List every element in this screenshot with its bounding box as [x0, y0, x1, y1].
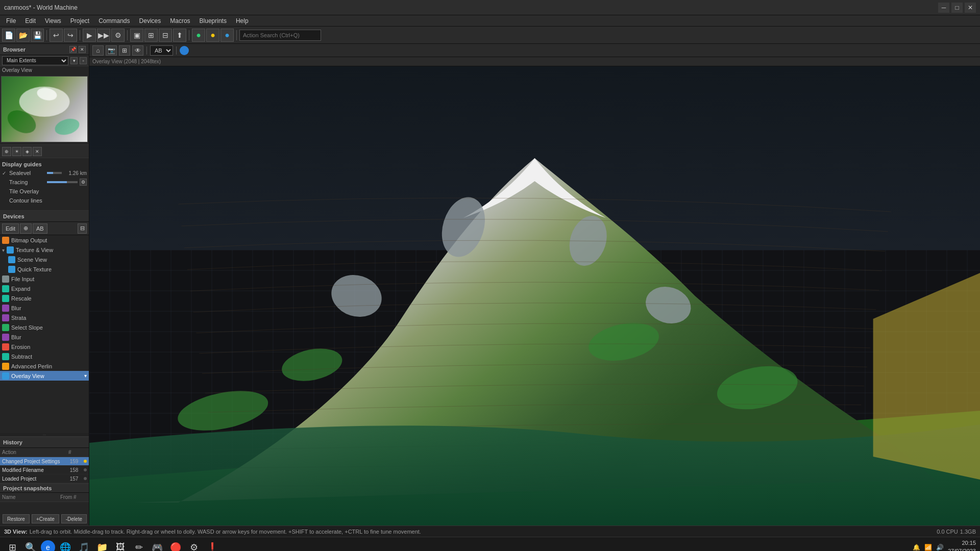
menu-item-project[interactable]: Project [66, 15, 93, 26]
menu-item-blueprints[interactable]: Blueprints [195, 15, 231, 26]
devices-edit-btn[interactable]: Edit [2, 223, 19, 234]
build-options-button[interactable]: ⚙ [111, 29, 125, 42]
taskbar-chrome[interactable]: 🌐 [57, 539, 74, 552]
taskbar-alert[interactable]: ❗ [204, 539, 220, 552]
device-label-6: Rescale [11, 295, 32, 302]
taskbar-right: 🔔 📶 🔊 20:15 27/07/2023 [913, 539, 976, 551]
layout-2-button[interactable]: ⊞ [144, 29, 158, 42]
devices-collapse-btn[interactable]: ⊟ [78, 223, 87, 234]
vp-btn-eye[interactable]: 👁 [132, 45, 143, 56]
device-selected-arrow: ▾ [84, 373, 87, 379]
layout-1-button[interactable]: ▣ [130, 29, 143, 42]
sealevel-value: 1.26 km [64, 170, 87, 176]
ab-dropdown[interactable]: AB [150, 45, 173, 56]
device-item-10[interactable]: Blur [0, 332, 89, 342]
circle-green[interactable]: ● [192, 29, 205, 42]
tracing-slider[interactable] [47, 181, 78, 183]
menu-item-file[interactable]: File [2, 15, 20, 26]
device-item-8[interactable]: Strata [0, 313, 89, 322]
layout-3-button[interactable]: ⊟ [159, 29, 172, 42]
browser-close-btn[interactable]: ✕ [79, 46, 86, 53]
menu-item-devices[interactable]: Devices [135, 15, 165, 26]
mini-tool-1[interactable]: ⊕ [2, 147, 11, 156]
device-item-14[interactable]: Overlay View▾ [0, 371, 89, 381]
history-item-0[interactable]: Changed Project Settings159 [0, 457, 89, 466]
device-item-6[interactable]: Rescale [0, 293, 89, 303]
devices-ab-btn[interactable]: AB [33, 223, 47, 234]
device-item-0[interactable]: Bitmap Output [0, 235, 89, 245]
device-item-7[interactable]: Blur [0, 303, 89, 313]
vp-btn-home[interactable]: ⌂ [92, 45, 104, 56]
sealevel-check[interactable]: ✓ [2, 170, 7, 176]
sealevel-slider[interactable] [47, 172, 62, 174]
menu-item-edit[interactable]: Edit [21, 15, 40, 26]
device-item-11[interactable]: Erosion [0, 342, 89, 352]
vp-btn-camera[interactable]: 📷 [106, 45, 117, 56]
tracing-fill [47, 181, 67, 183]
restore-btn[interactable]: Restore [3, 514, 30, 523]
device-icon-5 [2, 285, 9, 292]
mini-tool-4[interactable]: ✕ [33, 147, 42, 156]
browser-header: Browser 📌 ✕ [0, 44, 89, 55]
device-icon-11 [2, 343, 9, 350]
minimize-button[interactable]: ─ [938, 3, 949, 13]
device-item-9[interactable]: Select Slope [0, 322, 89, 332]
build-button[interactable]: ▶ [83, 29, 96, 42]
tracing-settings[interactable]: ⚙ [80, 179, 87, 186]
taskbar-settings[interactable]: ⚙ [186, 539, 202, 552]
open-button[interactable]: 📂 [16, 29, 30, 42]
clock[interactable]: 20:15 27/07/2023 [948, 539, 976, 551]
close-button[interactable]: ✕ [965, 3, 976, 13]
menu-item-help[interactable]: Help [232, 15, 253, 26]
status-text: Left-drag to orbit. Middle-drag to track… [30, 529, 421, 535]
delete-btn[interactable]: -Delete [61, 514, 87, 523]
browser-pin-btn[interactable]: 📌 [69, 46, 77, 53]
device-item-3[interactable]: Quick Texture [0, 264, 89, 274]
taskbar-explorer[interactable]: 📁 [94, 539, 110, 552]
menu-item-macros[interactable]: Macros [166, 15, 194, 26]
create-btn[interactable]: +Create [32, 514, 59, 523]
history-item-1[interactable]: Modified Filename158 [0, 466, 89, 474]
clock-time: 20:15 [948, 539, 976, 547]
taskbar-photos[interactable]: 🖼 [112, 539, 129, 552]
taskbar-search[interactable]: 🔍 [22, 539, 39, 552]
device-label-14: Overlay View [11, 373, 44, 379]
build-all-button[interactable]: ▶▶ [97, 29, 110, 42]
menu-item-commands[interactable]: Commands [94, 15, 134, 26]
taskbar-pen[interactable]: ✏ [131, 539, 147, 552]
action-search-input[interactable] [239, 30, 321, 41]
undo-button[interactable]: ↩ [50, 29, 63, 42]
mini-tool-2[interactable]: ☀ [12, 147, 21, 156]
export-button[interactable]: ⬆ [173, 29, 186, 42]
devices-add-btn[interactable]: ⊕ [20, 223, 32, 234]
mini-tool-3[interactable]: ◈ [22, 147, 32, 156]
device-item-12[interactable]: Subtract [0, 352, 89, 361]
menu-item-views[interactable]: Views [41, 15, 65, 26]
circle-blue[interactable]: ● [220, 29, 234, 42]
extent-settings-btn[interactable]: ▫ [80, 57, 87, 64]
extent-btn[interactable]: ▾ [70, 57, 78, 64]
taskbar-game[interactable]: 🎮 [149, 539, 165, 552]
taskbar-red[interactable]: 🔴 [167, 539, 184, 552]
device-item-4[interactable]: File Input [0, 274, 89, 284]
maximize-button[interactable]: □ [951, 3, 963, 13]
vp-btn-layers[interactable]: ⊞ [119, 45, 130, 56]
device-item-1[interactable]: Texture & View [0, 245, 89, 255]
redo-button[interactable]: ↪ [64, 29, 77, 42]
viewport-3d[interactable] [89, 66, 980, 525]
circle-yellow[interactable]: ● [206, 29, 219, 42]
taskbar-start[interactable]: ⊞ [4, 539, 20, 552]
device-item-2[interactable]: Scene View [0, 255, 89, 264]
vp-toggle-btn[interactable] [180, 46, 189, 55]
extent-dropdown[interactable]: Main Extents [2, 56, 68, 65]
device-icon-6 [2, 295, 9, 302]
device-item-13[interactable]: Advanced Perlin [0, 361, 89, 371]
new-button[interactable]: 📄 [2, 29, 15, 42]
contour-lines-row: Contour lines [0, 196, 89, 205]
taskbar-edge[interactable]: e [41, 540, 55, 552]
device-item-5[interactable]: Expand [0, 284, 89, 293]
taskbar-spotify[interactable]: 🎵 [76, 539, 92, 552]
save-button[interactable]: 💾 [31, 29, 44, 42]
history-item-2[interactable]: Loaded Project157 [0, 474, 89, 483]
main-layout: Browser 📌 ✕ Main Extents ▾ ▫ Overlay Vie… [0, 44, 980, 525]
